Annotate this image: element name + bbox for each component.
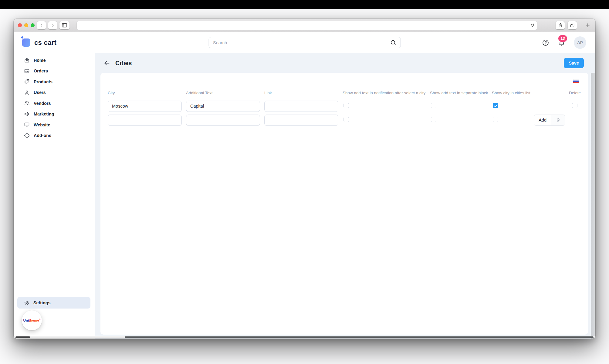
trash-icon [556, 118, 561, 123]
page-title: Cities [115, 60, 132, 67]
scrollbar-thumb[interactable] [125, 336, 594, 338]
user-avatar[interactable]: AP [574, 36, 586, 49]
column-header-additional-text: Additional Text [186, 90, 264, 96]
help-button[interactable] [542, 39, 550, 47]
plus-icon [585, 22, 590, 28]
website-icon [24, 122, 30, 128]
sidebar-item-label: Products [34, 79, 52, 84]
sidebar-item-marketing[interactable]: Marketing [14, 109, 95, 120]
question-circle-icon [542, 39, 550, 47]
city-input[interactable] [108, 115, 182, 126]
close-window-button[interactable] [18, 23, 22, 27]
unitheme-badge[interactable]: Unitheme® [22, 310, 42, 330]
products-icon [24, 78, 30, 85]
column-header-show-in-separate-block: Show add text in separate block [430, 90, 489, 96]
save-button[interactable]: Save [564, 58, 584, 68]
show-in-cities-list-checkbox[interactable] [493, 103, 498, 108]
search-input[interactable] [208, 37, 401, 48]
notifications-button[interactable]: 13 [558, 39, 566, 47]
sidebar-item-addons[interactable]: Add-ons [14, 130, 95, 141]
table-body: Add [108, 99, 581, 127]
sidebar-item-label: Home [34, 58, 46, 63]
browser-forward-button[interactable] [48, 21, 57, 29]
add-row-button[interactable]: Add [534, 115, 551, 125]
table-row [108, 99, 581, 113]
new-tab-button[interactable] [585, 22, 590, 28]
russian-flag-icon[interactable] [573, 79, 579, 83]
sidebar-item-settings[interactable]: Settings [17, 297, 90, 309]
window-controls [18, 23, 35, 27]
cities-card: City Additional Text Link Show add text … [100, 73, 588, 335]
tab-overview-button[interactable] [568, 21, 577, 29]
sidebar-item-orders[interactable]: Orders [14, 66, 95, 77]
addons-icon [24, 132, 30, 139]
notification-count-badge: 13 [558, 35, 567, 42]
sidebar-item-label: Users [34, 90, 46, 95]
cs-cart-logo[interactable]: cs cart [22, 38, 56, 47]
minimize-window-button[interactable] [24, 23, 28, 27]
tabs-icon [570, 23, 575, 28]
address-input[interactable] [80, 23, 530, 28]
delete-checkbox[interactable] [572, 103, 577, 108]
screen-top-bar [0, 0, 609, 9]
browser-window: cs cart 13 AP [14, 19, 595, 339]
horizontal-scrollbar[interactable] [14, 336, 595, 338]
admin-app: cs cart 13 AP [14, 32, 595, 339]
link-input[interactable] [264, 101, 338, 112]
sidebar-item-label: Vendors [34, 101, 51, 106]
sidebar: Home Orders Products Users Vendors [14, 53, 95, 339]
sidebar-item-label: Marketing [34, 112, 54, 116]
show-in-notification-checkbox[interactable] [343, 117, 349, 122]
unitheme-logo-text: Unitheme® [23, 319, 41, 322]
table-header-row: City Additional Text Link Show add text … [108, 90, 581, 96]
chevron-right-icon [51, 23, 55, 28]
global-search [208, 37, 401, 48]
sidebar-item-home[interactable]: Home [14, 55, 95, 66]
sidebar-item-website[interactable]: Website [14, 119, 95, 130]
browser-toolbar [14, 19, 595, 32]
sidebar-item-users[interactable]: Users [14, 87, 95, 98]
home-icon [24, 57, 30, 63]
row-actions: Add [534, 115, 565, 126]
sidebar-item-products[interactable]: Products [14, 76, 95, 87]
main-content: Cities Save City Additional Text Link Sh… [95, 53, 595, 339]
gear-icon [24, 300, 30, 306]
city-input[interactable] [108, 101, 182, 112]
cs-cart-logo-mark-icon [22, 38, 30, 47]
app-header: cs cart 13 AP [14, 32, 595, 53]
show-in-separate-block-checkbox[interactable] [431, 117, 436, 122]
delete-row-button[interactable] [551, 115, 565, 125]
sidebar-toggle-icon [62, 23, 67, 28]
settings-label: Settings [33, 300, 50, 305]
sidebar-item-label: Website [34, 122, 50, 127]
sidebar-item-label: Add-ons [34, 133, 51, 138]
column-header-delete: Delete [569, 90, 581, 96]
share-icon [558, 23, 563, 28]
show-in-notification-checkbox[interactable] [343, 103, 349, 108]
orders-icon [24, 68, 30, 74]
column-header-link: Link [264, 90, 343, 96]
back-button[interactable] [103, 59, 111, 67]
show-in-separate-block-checkbox[interactable] [431, 103, 436, 108]
show-in-cities-list-checkbox[interactable] [493, 117, 498, 122]
zoom-window-button[interactable] [31, 23, 35, 27]
browser-back-button[interactable] [37, 21, 46, 29]
arrow-left-icon [103, 60, 110, 67]
users-icon [24, 89, 30, 96]
sidebar-toggle-button[interactable] [59, 21, 69, 29]
logo-text: cs cart [34, 39, 56, 47]
vertical-scrollbar[interactable] [591, 73, 595, 339]
link-input[interactable] [264, 115, 338, 126]
vendors-icon [24, 100, 30, 106]
reload-icon[interactable] [530, 23, 535, 28]
address-bar[interactable] [76, 21, 537, 30]
additional-text-input[interactable] [186, 115, 260, 126]
sidebar-item-label: Orders [34, 68, 48, 73]
share-button[interactable] [556, 21, 565, 29]
column-header-city: City [108, 90, 186, 96]
additional-text-input[interactable] [186, 101, 260, 112]
scrollbar-thumb[interactable] [15, 336, 30, 338]
column-header-show-in-notification: Show add text in notification after sele… [343, 90, 429, 96]
search-icon [390, 39, 397, 47]
sidebar-item-vendors[interactable]: Vendors [14, 98, 95, 109]
